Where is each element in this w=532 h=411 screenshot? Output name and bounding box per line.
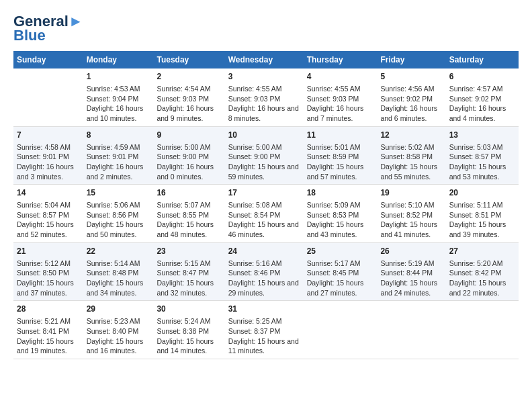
logo: General► Blue (13, 13, 83, 44)
cell-content: Sunrise: 5:19 AMSunset: 8:44 PMDaylight:… (380, 259, 442, 298)
week-row-2: 7Sunrise: 4:58 AMSunset: 9:01 PMDaylight… (13, 126, 519, 185)
day-number: 22 (87, 246, 150, 257)
day-number: 26 (380, 246, 442, 257)
cell-content: Sunrise: 5:25 AMSunset: 8:37 PMDaylight:… (228, 316, 300, 356)
cell-content: Sunrise: 4:58 AMSunset: 9:01 PMDaylight:… (17, 142, 80, 182)
day-number: 8 (87, 130, 150, 141)
calendar-cell: 30Sunrise: 5:24 AMSunset: 8:38 PMDayligh… (153, 301, 224, 359)
header-thursday: Thursday (304, 51, 378, 68)
day-number: 16 (157, 187, 221, 199)
cell-content: Sunrise: 4:59 AMSunset: 9:01 PMDaylight:… (87, 142, 150, 182)
cell-content: Sunrise: 5:15 AMSunset: 8:47 PMDaylight:… (157, 259, 221, 298)
calendar-cell: 21Sunrise: 5:12 AMSunset: 8:50 PMDayligh… (13, 242, 83, 301)
day-number: 10 (228, 130, 300, 141)
calendar-cell: 24Sunrise: 5:16 AMSunset: 8:46 PMDayligh… (225, 242, 304, 301)
day-number: 2 (157, 71, 221, 83)
calendar-cell: 23Sunrise: 5:15 AMSunset: 8:47 PMDayligh… (153, 242, 224, 301)
day-number: 1 (87, 71, 150, 83)
header-monday: Monday (83, 51, 154, 68)
day-number: 9 (157, 130, 221, 141)
cell-content: Sunrise: 5:14 AMSunset: 8:48 PMDaylight:… (87, 259, 150, 298)
day-number: 30 (157, 304, 221, 315)
week-row-4: 21Sunrise: 5:12 AMSunset: 8:50 PMDayligh… (13, 242, 519, 301)
calendar-cell: 15Sunrise: 5:06 AMSunset: 8:56 PMDayligh… (83, 185, 154, 243)
week-row-3: 14Sunrise: 5:04 AMSunset: 8:57 PMDayligh… (13, 185, 519, 243)
day-number: 5 (380, 71, 442, 83)
cell-content: Sunrise: 5:01 AMSunset: 8:59 PMDaylight:… (307, 142, 374, 182)
calendar-cell: 20Sunrise: 5:11 AMSunset: 8:51 PMDayligh… (446, 185, 519, 243)
calendar-cell: 31Sunrise: 5:25 AMSunset: 8:37 PMDayligh… (225, 301, 304, 359)
calendar-cell (304, 301, 378, 359)
cell-content: Sunrise: 4:56 AMSunset: 9:02 PMDaylight:… (380, 84, 442, 124)
calendar-cell: 10Sunrise: 5:00 AMSunset: 9:00 PMDayligh… (225, 126, 304, 185)
cell-content: Sunrise: 5:16 AMSunset: 8:46 PMDaylight:… (228, 259, 300, 298)
calendar-cell: 17Sunrise: 5:08 AMSunset: 8:54 PMDayligh… (225, 185, 304, 243)
cell-content: Sunrise: 5:10 AMSunset: 8:52 PMDaylight:… (380, 200, 442, 240)
calendar-cell (377, 301, 445, 359)
calendar-cell: 28Sunrise: 5:21 AMSunset: 8:41 PMDayligh… (13, 301, 83, 359)
cell-content: Sunrise: 4:53 AMSunset: 9:04 PMDaylight:… (87, 84, 150, 124)
calendar-cell: 14Sunrise: 5:04 AMSunset: 8:57 PMDayligh… (13, 185, 83, 243)
header-tuesday: Tuesday (153, 51, 224, 68)
cell-content: Sunrise: 5:00 AMSunset: 9:00 PMDaylight:… (228, 142, 300, 182)
calendar-cell: 4Sunrise: 4:55 AMSunset: 9:03 PMDaylight… (304, 68, 378, 126)
calendar-cell: 18Sunrise: 5:09 AMSunset: 8:53 PMDayligh… (304, 185, 378, 243)
week-row-1: 1Sunrise: 4:53 AMSunset: 9:04 PMDaylight… (13, 68, 519, 126)
cell-content: Sunrise: 5:07 AMSunset: 8:55 PMDaylight:… (157, 200, 221, 240)
day-number: 20 (449, 187, 515, 199)
header-sunday: Sunday (13, 51, 83, 68)
cell-content: Sunrise: 5:11 AMSunset: 8:51 PMDaylight:… (449, 200, 515, 240)
day-number: 29 (87, 304, 150, 315)
cell-content: Sunrise: 4:55 AMSunset: 9:03 PMDaylight:… (307, 84, 374, 124)
header-friday: Friday (377, 51, 445, 68)
day-number: 21 (17, 246, 80, 257)
day-number: 12 (380, 130, 442, 141)
page-header: General► Blue (13, 13, 519, 44)
day-number: 28 (17, 304, 80, 315)
cell-content: Sunrise: 4:54 AMSunset: 9:03 PMDaylight:… (157, 84, 221, 124)
cell-content: Sunrise: 5:00 AMSunset: 9:00 PMDaylight:… (157, 142, 221, 182)
calendar-cell: 2Sunrise: 4:54 AMSunset: 9:03 PMDaylight… (153, 68, 224, 126)
day-number: 31 (228, 304, 300, 315)
calendar-cell: 7Sunrise: 4:58 AMSunset: 9:01 PMDaylight… (13, 126, 83, 185)
cell-content: Sunrise: 5:12 AMSunset: 8:50 PMDaylight:… (17, 259, 80, 298)
day-number: 24 (228, 246, 300, 257)
calendar-cell: 29Sunrise: 5:23 AMSunset: 8:40 PMDayligh… (83, 301, 154, 359)
cell-content: Sunrise: 5:17 AMSunset: 8:45 PMDaylight:… (307, 259, 374, 298)
calendar-header-row: SundayMondayTuesdayWednesdayThursdayFrid… (13, 51, 519, 68)
calendar-cell: 9Sunrise: 5:00 AMSunset: 9:00 PMDaylight… (153, 126, 224, 185)
day-number: 3 (228, 71, 300, 83)
calendar-cell: 19Sunrise: 5:10 AMSunset: 8:52 PMDayligh… (377, 185, 445, 243)
day-number: 6 (449, 71, 515, 83)
calendar-cell: 1Sunrise: 4:53 AMSunset: 9:04 PMDaylight… (83, 68, 154, 126)
day-number: 25 (307, 246, 374, 257)
cell-content: Sunrise: 4:55 AMSunset: 9:03 PMDaylight:… (228, 84, 300, 124)
cell-content: Sunrise: 4:57 AMSunset: 9:02 PMDaylight:… (449, 84, 515, 124)
week-row-5: 28Sunrise: 5:21 AMSunset: 8:41 PMDayligh… (13, 301, 519, 359)
cell-content: Sunrise: 5:23 AMSunset: 8:40 PMDaylight:… (87, 316, 150, 356)
calendar-cell: 25Sunrise: 5:17 AMSunset: 8:45 PMDayligh… (304, 242, 378, 301)
cell-content: Sunrise: 5:20 AMSunset: 8:42 PMDaylight:… (449, 259, 515, 298)
cell-content: Sunrise: 5:21 AMSunset: 8:41 PMDaylight:… (17, 316, 80, 356)
calendar-cell: 3Sunrise: 4:55 AMSunset: 9:03 PMDaylight… (225, 68, 304, 126)
day-number: 23 (157, 246, 221, 257)
calendar-cell: 11Sunrise: 5:01 AMSunset: 8:59 PMDayligh… (304, 126, 378, 185)
calendar-cell: 26Sunrise: 5:19 AMSunset: 8:44 PMDayligh… (377, 242, 445, 301)
logo-blue: Blue (13, 27, 46, 44)
day-number: 18 (307, 187, 374, 199)
cell-content: Sunrise: 5:02 AMSunset: 8:58 PMDaylight:… (380, 142, 442, 182)
calendar-cell: 12Sunrise: 5:02 AMSunset: 8:58 PMDayligh… (377, 126, 445, 185)
calendar-cell: 16Sunrise: 5:07 AMSunset: 8:55 PMDayligh… (153, 185, 224, 243)
calendar-cell: 13Sunrise: 5:03 AMSunset: 8:57 PMDayligh… (446, 126, 519, 185)
day-number: 13 (449, 130, 515, 141)
calendar-table: SundayMondayTuesdayWednesdayThursdayFrid… (13, 51, 519, 359)
cell-content: Sunrise: 5:06 AMSunset: 8:56 PMDaylight:… (87, 200, 150, 240)
cell-content: Sunrise: 5:09 AMSunset: 8:53 PMDaylight:… (307, 200, 374, 240)
day-number: 11 (307, 130, 374, 141)
day-number: 7 (17, 130, 80, 141)
day-number: 4 (307, 71, 374, 83)
day-number: 15 (87, 187, 150, 199)
calendar-cell: 22Sunrise: 5:14 AMSunset: 8:48 PMDayligh… (83, 242, 154, 301)
calendar-cell (13, 68, 83, 126)
calendar-cell: 27Sunrise: 5:20 AMSunset: 8:42 PMDayligh… (446, 242, 519, 301)
